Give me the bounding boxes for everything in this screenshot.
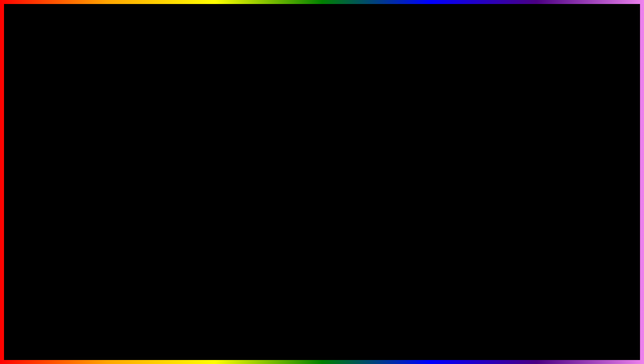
logo-skull-icon: ☠ bbox=[577, 302, 592, 318]
tab-raid-fruit[interactable]: Raid/Fruit bbox=[113, 109, 136, 117]
logo-blox-text: BL◎X bbox=[569, 318, 599, 329]
sparkle-3: ✦ bbox=[541, 127, 547, 136]
gui-right-panel: Configs JoinDiscord Fast Attack Type : F… bbox=[114, 117, 176, 234]
toggle-auto-fast-level[interactable] bbox=[97, 147, 111, 153]
tab-racev4[interactable]: Racev4/Mir... bbox=[136, 109, 165, 117]
label-auto-fast-level: Auto Fast Level 1-300 bbox=[40, 148, 76, 152]
gui-panel: 🧑 Ccqwerty2cC Main/Config Stats/TP Maste… bbox=[37, 94, 177, 242]
sparkle-1: ✦ bbox=[486, 97, 494, 108]
logo-fruits-text: FRUITS bbox=[565, 329, 603, 340]
level-up-notification: LEVEL UP! (276) bbox=[487, 25, 544, 34]
label-fast-tp: FAST TP bbox=[40, 157, 55, 161]
tab-main-config[interactable]: Main/Config bbox=[38, 109, 64, 117]
label-stop-teleport: Stop Teleport bbox=[40, 164, 62, 168]
gui-left-panel: Main Auto Farm Level Auto Farm Nearest A… bbox=[38, 117, 114, 234]
title-b: B bbox=[141, 7, 178, 66]
label-auto-ken: Auto Ken bbox=[116, 170, 131, 174]
gui-row-auto-farm-level: Auto Farm Level bbox=[40, 130, 111, 136]
left-section-title: Main bbox=[40, 120, 111, 127]
title-x: X bbox=[250, 7, 285, 66]
sparkle-4: ✦ bbox=[488, 147, 494, 155]
gui-row-auto-ken: Auto Ken bbox=[116, 169, 173, 175]
script-label: SCRIPT bbox=[232, 318, 330, 348]
gui-row-fast-tp: FAST TP bbox=[40, 156, 111, 162]
title-space bbox=[286, 7, 315, 65]
title-f: F bbox=[316, 7, 348, 66]
toggle-fast-attack[interactable] bbox=[160, 152, 173, 158]
time-text: IN 5 MINUTE bbox=[274, 160, 416, 188]
label-auto-farm-nearest: Auto Farm Nearest bbox=[40, 139, 71, 143]
building bbox=[167, 53, 247, 140]
config-fast-attack-type: Fast Attack Type : Fast bbox=[116, 137, 173, 142]
title-r: R bbox=[348, 7, 385, 66]
gui-row-auto-fast-level: Auto Fast Level 1-300 bbox=[40, 147, 111, 153]
config-join-discord[interactable]: JoinDiscord bbox=[116, 130, 173, 135]
toggle-auto-farm-level[interactable] bbox=[97, 130, 111, 136]
feature-highlight-text: Auto Fast Level 1-300 bbox=[44, 296, 120, 305]
label-white-screen: White Screen bbox=[116, 179, 138, 183]
gui-row-auto-haki: Auto Haki bbox=[116, 160, 173, 166]
gui-row-auto-farm-nearest: Auto Farm Nearest bbox=[40, 138, 111, 144]
sparkle-2: ✦ bbox=[512, 83, 517, 92]
pastebin-label: PASTEBIN bbox=[336, 318, 469, 348]
gui-row-auto-farm-chest: Auto Farm Chest bbox=[40, 171, 111, 177]
toggle-auto-farm-chest[interactable] bbox=[97, 171, 111, 177]
gui-row-stop-teleport: Stop Teleport bbox=[40, 164, 111, 168]
label-auto-farm-level: Auto Farm Level bbox=[40, 131, 67, 135]
status-text: Status : World 1 bbox=[40, 236, 66, 240]
toggle-fast-tp[interactable] bbox=[97, 156, 111, 162]
feature-highlight-box: Auto Fast Level 1-300 bbox=[37, 291, 177, 311]
logo-bottom-right: ☠ BL◎X FRUITS bbox=[541, 291, 627, 351]
gui-row-fast-attack: Fast Attack bbox=[116, 152, 173, 158]
title-o: O bbox=[210, 7, 250, 66]
bottom-text-bar: AUTO FARM SCRIPT PASTEBIN bbox=[17, 312, 627, 354]
gui-row-white-screen: White Screen bbox=[116, 178, 173, 184]
gui-status-bar: Status : World 1 Blox Fru... bbox=[38, 234, 176, 241]
gui-body: Main Auto Farm Level Auto Farm Nearest A… bbox=[38, 117, 176, 234]
tab-stats-tp[interactable]: Stats/TP bbox=[64, 109, 85, 117]
toggle-feature-highlight[interactable] bbox=[146, 296, 169, 306]
toggle-auto-haki[interactable] bbox=[160, 160, 173, 166]
gui-avatar: 🧑 bbox=[41, 97, 50, 106]
config-select-weapon: Select Weapon : Melee bbox=[116, 144, 173, 150]
gui-tabs: Main/Config Stats/TP Mastery/Item Raid/F… bbox=[38, 109, 176, 117]
label-auto-farm-chest: Auto Farm Chest bbox=[40, 172, 68, 176]
game-notification: pen your compass menu to find the next i… bbox=[414, 13, 561, 26]
toggle-auto-ken[interactable] bbox=[160, 169, 173, 175]
blox-fruits-label: Blox Fru... bbox=[156, 236, 173, 240]
label-auto-haki: Auto Haki bbox=[116, 161, 132, 165]
label-fast-attack: Fast Attack bbox=[116, 153, 134, 157]
tab-mastery-item[interactable]: Mastery/Item bbox=[85, 109, 114, 117]
toggle-auto-farm-nearest[interactable] bbox=[97, 138, 111, 144]
gui-header: 🧑 Ccqwerty2cC bbox=[38, 95, 176, 109]
gui-username: Ccqwerty2cC bbox=[53, 99, 80, 104]
toggle-white-screen[interactable] bbox=[160, 178, 173, 184]
logo-bg: ☠ BL◎X FRUITS bbox=[541, 291, 627, 351]
right-section-title: Configs bbox=[116, 120, 173, 127]
title-l: L bbox=[178, 7, 210, 66]
auto-farm-label: AUTO FARM bbox=[17, 312, 225, 354]
lvl-text: LVL 0 - 300 bbox=[254, 94, 386, 121]
